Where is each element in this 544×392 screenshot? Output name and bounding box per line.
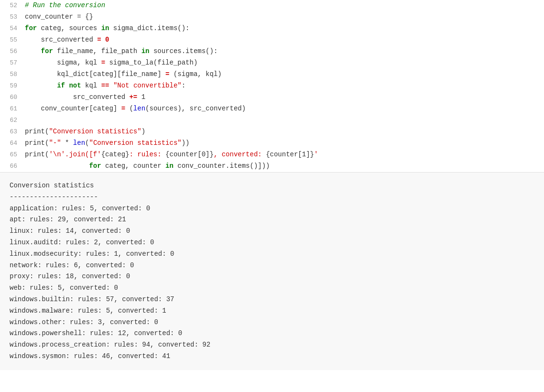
output-line: windows.other: rules: 3, converted: 0 <box>10 317 534 328</box>
token: categ, sources <box>37 24 101 32</box>
token: conv_counter[categ] <box>25 105 121 112</box>
line-number: 59 <box>0 81 23 91</box>
code-line: 52# Run the conversion <box>0 0 544 11</box>
code-line: 65print('\n'.join([f'{categ}: rules: {co… <box>0 149 544 161</box>
editor-container: 52# Run the conversion53conv_counter = {… <box>0 0 544 392</box>
token: )) <box>182 139 190 147</box>
token: len <box>73 139 85 147</box>
token: {categ} <box>101 151 130 158</box>
token: sources.items(): <box>149 47 218 55</box>
token: : <box>182 82 185 89</box>
output-line: windows.builtin: rules: 57, converted: 3… <box>10 294 534 305</box>
token: : rules: <box>129 151 165 158</box>
output-section: Conversion statistics-------------------… <box>0 173 544 370</box>
line-content: for file_name, file_path in sources.item… <box>23 46 544 56</box>
output-line: linux: rules: 14, converted: 0 <box>10 226 534 237</box>
token: kql <box>81 82 101 89</box>
token: in <box>141 47 150 55</box>
code-line: 53conv_counter = {} <box>0 11 544 23</box>
token: for <box>25 24 37 32</box>
line-number: 60 <box>0 93 23 103</box>
token: = <box>101 59 105 66</box>
token: 0 <box>105 36 109 44</box>
line-number: 56 <box>0 47 23 57</box>
line-content: conv_counter[categ] = (len(sources), src… <box>23 103 544 114</box>
line-number: 54 <box>0 24 23 34</box>
token: 1 <box>137 93 145 101</box>
token: ' <box>314 151 318 158</box>
line-content <box>23 115 544 125</box>
token: conv_counter = {} <box>25 13 93 21</box>
token: not <box>69 82 81 89</box>
code-line: 63print("Conversion statistics") <box>0 126 544 138</box>
token: src_converted <box>25 93 129 101</box>
token: print <box>25 128 45 135</box>
token: in <box>101 24 109 32</box>
token: {counter[1]} <box>266 151 314 158</box>
token: sigma, kql <box>25 59 101 66</box>
code-line: 64print("-" * len("Conversion statistics… <box>0 138 544 149</box>
code-line: 61 conv_counter[categ] = (len(sources), … <box>0 103 544 115</box>
output-line: web: rules: 5, converted: 0 <box>10 283 534 294</box>
token: for <box>41 47 53 55</box>
line-number: 61 <box>0 104 23 114</box>
token: (sigma, kql) <box>169 70 221 78</box>
code-line: 62 <box>0 115 544 126</box>
token: = <box>97 36 101 44</box>
code-line: 59 if not kql == "Not convertible": <box>0 80 544 92</box>
code-line: 57 sigma, kql = sigma_to_la(file_path) <box>0 57 544 69</box>
line-content: kql_dict[categ][file_name] = (sigma, kql… <box>23 69 544 79</box>
code-line: 66 for categ, counter in conv_counter.it… <box>0 161 544 172</box>
line-number: 52 <box>0 1 23 11</box>
token: += <box>129 93 137 101</box>
line-content: src_converted = 0 <box>23 34 544 45</box>
line-content: if not kql == "Not convertible": <box>23 80 544 91</box>
token: len <box>133 105 145 112</box>
line-number: 53 <box>0 12 23 22</box>
output-line: windows.malware: rules: 5, converted: 1 <box>10 305 534 317</box>
token <box>25 82 57 89</box>
line-content: print("-" * len("Conversion statistics")… <box>23 138 544 148</box>
token: "-" <box>49 139 61 147</box>
token: ) <box>141 128 145 135</box>
token: file_name, file_path <box>53 47 141 55</box>
code-line: 58 kql_dict[categ][file_name] = (sigma, … <box>0 69 544 80</box>
line-number: 58 <box>0 70 23 80</box>
token <box>109 82 113 89</box>
token: print <box>25 139 45 147</box>
token: for <box>89 162 101 170</box>
output-line: windows.sysmon: rules: 46, converted: 41 <box>10 351 534 362</box>
output-line: linux.auditd: rules: 2, converted: 0 <box>10 237 534 249</box>
line-number: 65 <box>0 150 23 160</box>
line-number: 55 <box>0 35 23 45</box>
line-content: print('\n'.join([f'{categ}: rules: {coun… <box>23 149 544 160</box>
token <box>25 47 41 55</box>
line-content: for categ, counter in conv_counter.items… <box>23 161 544 171</box>
token: {counter[0]} <box>165 151 214 158</box>
output-line: apt: rules: 29, converted: 21 <box>10 214 534 226</box>
output-line: windows.powershell: rules: 12, converted… <box>10 328 534 339</box>
code-line: 54for categ, sources in sigma_dict.items… <box>0 23 544 34</box>
token: '\n'.join([f' <box>49 151 101 158</box>
token: * <box>61 139 73 147</box>
token: sigma_to_la(file_path) <box>105 59 197 66</box>
line-content: for categ, sources in sigma_dict.items()… <box>23 23 544 33</box>
line-content: # Run the conversion <box>23 0 544 11</box>
token: kql_dict[categ][file_name] <box>25 70 165 78</box>
line-number: 63 <box>0 127 23 137</box>
code-line: 60 src_converted += 1 <box>0 92 544 103</box>
token: , converted: <box>214 151 266 158</box>
token: == <box>101 82 109 89</box>
line-content: print("Conversion statistics") <box>23 126 544 137</box>
token: "Conversion statistics" <box>49 128 141 135</box>
line-number: 64 <box>0 139 23 149</box>
token: categ, counter <box>101 162 165 170</box>
token <box>25 162 89 170</box>
token: ( <box>125 105 133 112</box>
code-section: 52# Run the conversion53conv_counter = {… <box>0 0 544 173</box>
output-line: proxy: rules: 18, converted: 0 <box>10 271 534 283</box>
token: (sources), src_converted) <box>145 105 246 112</box>
line-content: conv_counter = {} <box>23 11 544 22</box>
token: sigma_dict.items(): <box>109 24 189 32</box>
token: in <box>165 162 174 170</box>
